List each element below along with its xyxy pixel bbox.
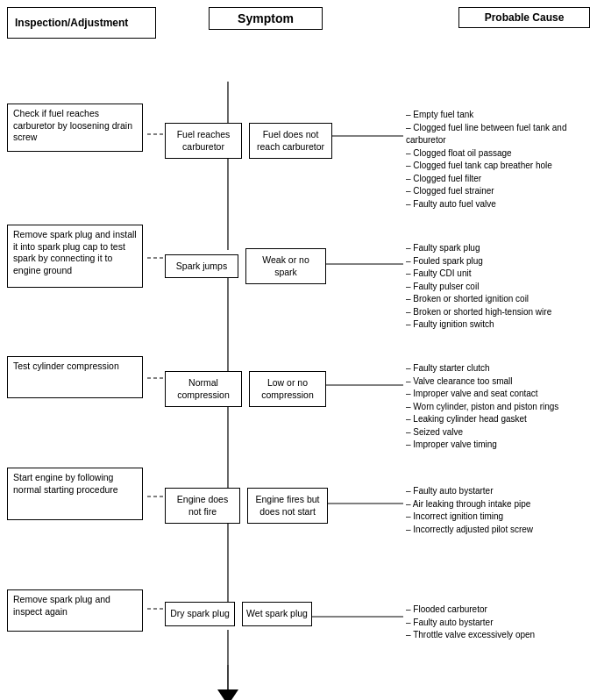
decision-comp-yes: Normalcompression xyxy=(165,371,242,407)
decision-comp-no: Low or nocompression xyxy=(249,371,326,407)
causes-spark: Faulty spark plug Fouled spark plug Faul… xyxy=(406,242,590,332)
header-probable: Probable Cause xyxy=(458,7,590,28)
page-container: Inspection/Adjustment Symptom Probable C… xyxy=(0,0,597,700)
decision-pair-fuel: Fuel reachescarburetor Fuel does notreac… xyxy=(165,123,332,159)
decision-start-no-fire: Engine doesnot fire xyxy=(165,488,240,524)
decision-wet-plug: Wet spark plug xyxy=(242,602,312,626)
decision-dry-plug: Dry spark plug xyxy=(165,602,235,626)
decision-pair-compression: Normalcompression Low or nocompression xyxy=(165,371,326,407)
decision-spark-yes: Spark jumps xyxy=(165,254,238,279)
decision-pair-start: Engine doesnot fire Engine fires butdoes… xyxy=(165,488,328,524)
inspect-box-reinspect: Remove spark plug and inspect again xyxy=(7,589,143,632)
decision-fuel-no: Fuel does notreach carburetor xyxy=(249,123,332,159)
header-row: Inspection/Adjustment Symptom Probable C… xyxy=(7,7,590,42)
decision-spark-no: Weak or no spark xyxy=(245,248,326,284)
causes-fuel: Empty fuel tank Clogged fuel line betwee… xyxy=(406,109,590,211)
header-symptom: Symptom xyxy=(209,7,323,30)
inspect-box-spark: Remove spark plug and install it into sp… xyxy=(7,225,143,288)
causes-start: Faulty auto bystarter Air leaking throug… xyxy=(406,485,590,536)
flowchart: Check if fuel reaches carburetor by loos… xyxy=(7,51,590,700)
decision-fuel-yes: Fuel reachescarburetor xyxy=(165,123,242,159)
inspect-box-fuel: Check if fuel reaches carburetor by loos… xyxy=(7,104,143,152)
decision-pair-reinspect: Dry spark plug Wet spark plug xyxy=(165,602,312,626)
decision-pair-spark: Spark jumps Weak or no spark xyxy=(165,248,326,284)
svg-marker-26 xyxy=(217,689,238,700)
decision-start-fires: Engine fires butdoes not start xyxy=(247,488,328,524)
inspect-box-start: Start engine by following normal startin… xyxy=(7,468,143,520)
header-inspection: Inspection/Adjustment xyxy=(7,7,156,39)
causes-reinspect: Flooded carburetor Faulty auto bystarter… xyxy=(406,604,590,642)
inspect-box-compression: Test cylinder compression xyxy=(7,356,143,398)
causes-compression: Faulty starter clutch Valve clearance to… xyxy=(406,362,590,452)
